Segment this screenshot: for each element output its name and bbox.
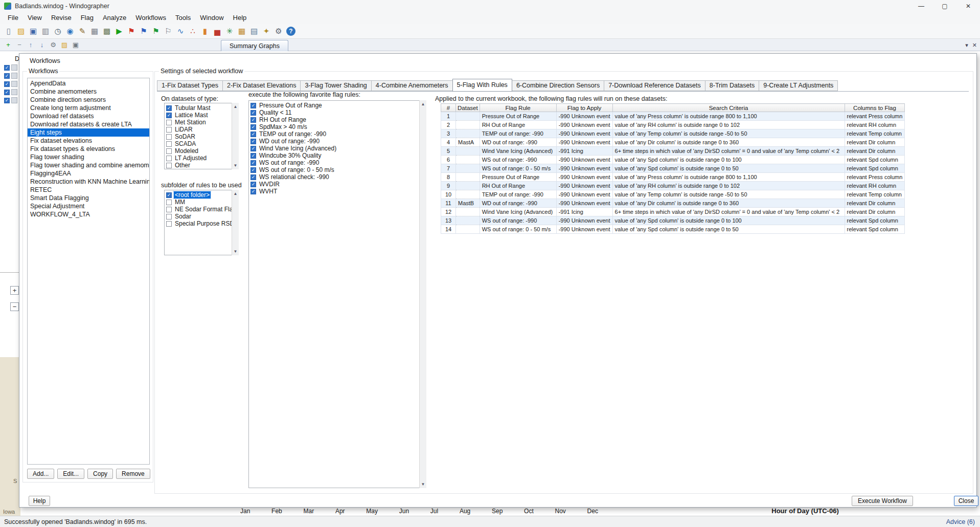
wind-rose-icon[interactable]: ✳ (224, 26, 235, 37)
favorite-rule-item[interactable]: ✓ SpdMax > 40 m/s (249, 123, 426, 130)
dataset-checkbox[interactable]: ✓ (4, 73, 10, 79)
favorite-rule-item[interactable]: ✓ Pressure Out of Range (249, 102, 426, 109)
scatter-plot-icon[interactable]: ∴ (187, 26, 198, 37)
favorite-rule-checkbox[interactable]: ✓ (250, 160, 256, 166)
rule-subfolder-checkbox[interactable]: ✓ (166, 200, 172, 205)
dataset-type-item[interactable]: ✓ SCADA (165, 140, 238, 147)
heatmap-icon[interactable]: ▦ (236, 26, 247, 37)
run-icon[interactable]: ▶ (113, 26, 125, 37)
table-column-header[interactable]: Columns to Flag (845, 104, 905, 112)
dataset-type-item[interactable]: ✓ LT Adjusted (165, 155, 238, 162)
bar-chart-icon[interactable]: ▮ (199, 26, 211, 37)
dataset-type-checkbox[interactable]: ✓ (166, 141, 172, 147)
favorite-rule-checkbox[interactable]: ✓ (250, 153, 256, 159)
workflow-list-item[interactable]: AppendData (28, 79, 149, 87)
favorite-rule-item[interactable]: ✓ WS out of range: 0 - 50 m/s (249, 166, 426, 173)
new-file-icon[interactable]: ▯ (3, 26, 14, 37)
dataset-checkbox[interactable]: ✓ (4, 81, 10, 87)
dataset-type-item[interactable]: ✓ Lattice Mast (165, 112, 238, 119)
favorite-rule-item[interactable]: ✓ WVHT (249, 188, 426, 195)
workflow-list-item[interactable]: RETEC (28, 186, 149, 194)
favorite-rule-checkbox[interactable]: ✓ (250, 174, 256, 180)
edit-icon[interactable]: ✎ (77, 26, 88, 37)
dataset-type-checkbox[interactable]: ✓ (166, 134, 172, 140)
dataset-type-checkbox[interactable]: ✓ (166, 120, 172, 125)
table-row[interactable]: 10 TEMP out of range: -990 -990 Unknown … (441, 190, 905, 199)
dataset-type-item[interactable]: ✓ Met Station (165, 119, 238, 126)
move-down-icon[interactable]: ↓ (37, 40, 47, 50)
table-row[interactable]: 8 Pressure Out of Range -990 Unknown eve… (441, 173, 905, 182)
table-row[interactable]: 9 RH Out of Range -990 Unknown event val… (441, 182, 905, 190)
rule-subfolder-item[interactable]: ✓ Special Purpose RSD I (165, 220, 238, 227)
favorite-rule-item[interactable]: ✓ RH Out of Range (249, 116, 426, 123)
workflow-list-item[interactable]: Flagging4EAA (28, 169, 149, 178)
table-row[interactable]: 2 RH Out of Range -990 Unknown event val… (441, 121, 905, 129)
favorite-rule-checkbox[interactable]: ✓ (250, 182, 256, 187)
flag-green-icon[interactable]: ⚑ (150, 26, 162, 37)
menu-item[interactable]: Help (229, 12, 252, 24)
workflow-step-tab[interactable]: 7-Download Reference Datasets (604, 80, 705, 91)
dataset-type-checkbox[interactable]: ✓ (166, 156, 172, 161)
scroll-down-icon[interactable]: ▼ (234, 163, 238, 168)
clock-icon[interactable]: ◷ (52, 26, 63, 37)
dataset-type-item[interactable]: ✓ Modeled (165, 147, 238, 155)
dataset-type-item[interactable]: ✓ Other (165, 162, 238, 169)
workflow-step-tab[interactable]: 3-Flag Tower Shading (300, 80, 371, 91)
maximize-button[interactable]: ▢ (933, 0, 956, 12)
add-button[interactable]: Add... (27, 469, 54, 479)
favorite-rule-item[interactable]: ✓ WVDIR (249, 181, 426, 188)
rule-subfolder-item[interactable]: ✓ NE Sodar Format Flags (165, 206, 238, 213)
table-row[interactable]: 3 TEMP out of range: -990 -990 Unknown e… (441, 129, 905, 138)
keyboard-icon[interactable]: ▦ (89, 26, 100, 37)
menu-item[interactable]: Window (195, 12, 228, 24)
scroll-down-icon[interactable]: ▼ (234, 249, 238, 254)
workflow-list-item[interactable]: Download ref datasets (28, 112, 149, 120)
scroll-down-icon[interactable]: ▼ (421, 482, 425, 487)
dataset-type-item[interactable]: ✓ Tubular Mast (165, 104, 238, 112)
chevron-down-icon[interactable]: ▾ (965, 42, 968, 49)
window-icon[interactable]: ▣ (71, 40, 81, 50)
help-button[interactable]: Help (29, 496, 50, 506)
map-zoom-in-button[interactable]: + (10, 286, 19, 295)
line-chart-icon[interactable]: ∿ (175, 26, 186, 37)
table-column-header[interactable]: Search Criteria (612, 104, 845, 112)
table-row[interactable]: 13 WS out of range: -990 -990 Unknown ev… (441, 216, 905, 225)
workflow-list-item[interactable]: Download ref datasets & create LTA (28, 120, 149, 128)
dataset-checkbox-row[interactable]: ✓ (4, 89, 17, 95)
print-icon[interactable]: ▥ (40, 26, 51, 37)
rule-subfolder-checkbox[interactable]: ✓ (166, 192, 172, 198)
workflow-step-tab[interactable]: 6-Combine Direction Sensors (512, 80, 604, 91)
dataset-checkbox[interactable]: ✓ (4, 65, 10, 71)
dataset-checkbox-row[interactable]: ✓ (4, 81, 17, 87)
dataset-type-checkbox[interactable]: ✓ (166, 127, 172, 133)
move-up-icon[interactable]: ↑ (26, 40, 36, 50)
remove-dataset-icon[interactable]: − (14, 40, 25, 50)
favorite-rule-checkbox[interactable]: ✓ (250, 117, 256, 123)
workflow-list-item[interactable]: WORKFLOW_4_LTA (28, 210, 149, 218)
menu-item[interactable]: Flag (76, 12, 98, 24)
workflow-list-item[interactable]: Flag tower shading (28, 153, 149, 161)
workflow-step-tab[interactable]: 8-Trim Datasets (705, 80, 759, 91)
favorite-rule-item[interactable]: ✓ Wind Vane Icing (Advanced) (249, 145, 426, 152)
favorite-rule-item[interactable]: ✓ WS out of range: -990 (249, 159, 426, 166)
help-icon[interactable]: ? (286, 27, 295, 36)
table-column-header[interactable]: Dataset (456, 104, 480, 112)
gear-icon[interactable]: ⚙ (273, 26, 284, 37)
favorite-rule-checkbox[interactable]: ✓ (250, 124, 256, 130)
favorite-rule-checkbox[interactable]: ✓ (250, 146, 256, 151)
favorite-rule-item[interactable]: ✓ WD out of range: -990 (249, 138, 426, 145)
wand-icon[interactable]: ✦ (261, 26, 272, 37)
rule-subfolder-item[interactable]: ✓ <root folder> (165, 191, 238, 199)
dataset-type-checkbox[interactable]: ✓ (166, 105, 172, 111)
table-row[interactable]: 5 Wind Vane Icing (Advanced) -991 Icing … (441, 147, 905, 156)
table-row[interactable]: 11 MastB WD out of range: -990 -990 Unkn… (441, 199, 905, 208)
favorite-rule-item[interactable]: ✓ TEMP out of range: -990 (249, 130, 426, 138)
table-column-header[interactable]: # (441, 104, 456, 112)
dataset-type-checkbox[interactable]: ✓ (166, 148, 172, 154)
minimize-button[interactable]: — (909, 0, 933, 12)
edit-button[interactable]: Edit... (57, 469, 84, 479)
remove-button[interactable]: Remove (116, 469, 150, 479)
table-row[interactable]: 1 Pressure Out of Range -990 Unknown eve… (441, 112, 905, 121)
scroll-up-icon[interactable]: ▲ (421, 102, 425, 106)
workflow-step-tab[interactable]: 5-Flag With Rules (452, 79, 512, 92)
